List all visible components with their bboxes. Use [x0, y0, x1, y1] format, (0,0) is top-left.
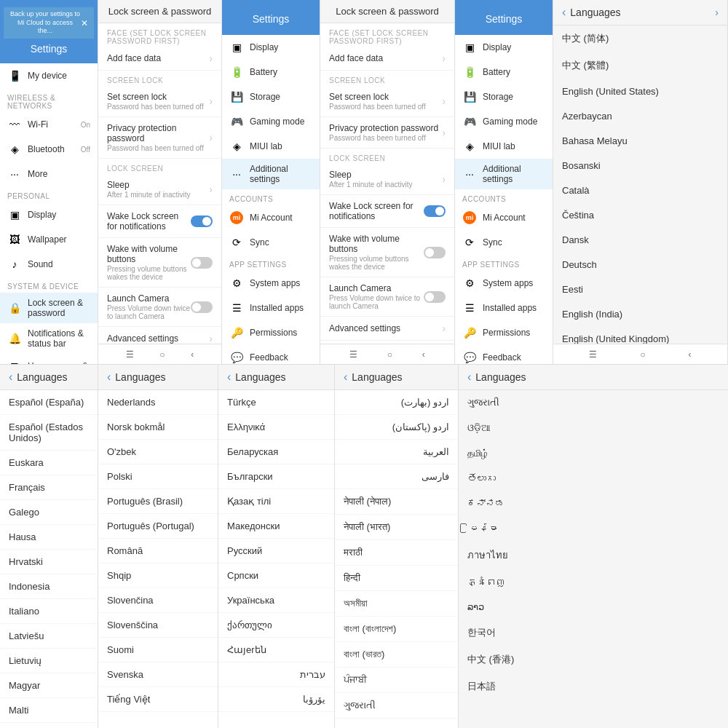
- sleep-item[interactable]: Sleep After 1 minute of inactivity ›: [98, 174, 221, 205]
- li-bn-in[interactable]: বাংলা (ভারত): [335, 642, 458, 668]
- sidebar3-storage[interactable]: 💾 Storage: [455, 84, 553, 109]
- sidebar2-permissions[interactable]: 🔑 Permissions: [222, 320, 320, 345]
- lang-back-arrow[interactable]: ‹: [562, 6, 566, 19]
- li-sl[interactable]: Slovenščina: [98, 613, 218, 638]
- sleep-2[interactable]: Sleep After 1 minute of inactivity ›: [320, 164, 454, 195]
- li-sr[interactable]: Српски: [218, 563, 334, 588]
- li-uz[interactable]: O'zbek: [98, 440, 218, 464]
- wake-lock-2[interactable]: Wake Lock screen for notifications: [320, 195, 454, 228]
- wake-lock-item[interactable]: Wake Lock screen for notifications: [98, 205, 221, 238]
- li-lo[interactable]: ລາວ: [459, 595, 728, 620]
- sidebar2-battery[interactable]: 🔋 Battery: [222, 60, 320, 84]
- li-ar[interactable]: العربية: [335, 440, 458, 464]
- li-sq[interactable]: Shqip: [98, 563, 218, 588]
- lang-item-en-in[interactable]: English (India): [553, 302, 727, 327]
- lang-fwd-arrow[interactable]: ›: [715, 7, 719, 18]
- sidebar-item-home-screen[interactable]: ⊞ Home screen &: [0, 354, 98, 364]
- li-ur-pk[interactable]: اردو (پاکستان): [335, 415, 458, 440]
- sidebar3-gaming[interactable]: 🎮 Gaming mode: [455, 109, 553, 134]
- nav-back[interactable]: ‹: [191, 349, 194, 360]
- nav-back-2[interactable]: ‹: [422, 349, 425, 360]
- advanced-settings-item[interactable]: Advanced settings ›: [98, 327, 221, 344]
- li-mt[interactable]: Malti: [0, 698, 98, 723]
- li-he[interactable]: עברית: [218, 662, 334, 687]
- sidebar3-battery[interactable]: 🔋 Battery: [455, 60, 553, 84]
- sidebar2-additional[interactable]: ··· Additional settings: [222, 159, 320, 189]
- wake-volume-item[interactable]: Wake with volume buttons Pressing volume…: [98, 238, 221, 288]
- li-pa[interactable]: ਪੰਜਾਬੀ: [335, 668, 458, 693]
- li-el[interactable]: Ελληνικά: [218, 415, 334, 440]
- li-my[interactable]: မြန်မာ: [459, 516, 728, 541]
- li-ur-in[interactable]: اردو (بھارت): [335, 390, 458, 415]
- li-ne-in[interactable]: नेपाली (भारत): [335, 515, 458, 540]
- li-hy[interactable]: Հայerեն: [218, 638, 334, 662]
- nav-menu[interactable]: ☰: [126, 349, 134, 360]
- nav-back-lang[interactable]: ‹: [689, 349, 692, 360]
- wake-volume-2[interactable]: Wake with volume buttons Pressing volume…: [320, 228, 454, 277]
- li-be[interactable]: Беларуская: [218, 440, 334, 464]
- li-yo[interactable]: يۆرۆبا: [218, 687, 334, 712]
- li-it[interactable]: Italiano: [0, 599, 98, 624]
- sidebar2-mi-account[interactable]: mi Mi Account: [222, 205, 320, 230]
- sidebar3-sync[interactable]: ⟳ Sync: [455, 230, 553, 255]
- sidebar2-system-apps[interactable]: ⚙ System apps: [222, 271, 320, 296]
- li-km[interactable]: ភ្នំពេញ: [459, 570, 728, 595]
- lang-item-bs[interactable]: Bosanski: [553, 154, 727, 178]
- li-gu2[interactable]: ગુજરાતી: [459, 390, 728, 416]
- li-id[interactable]: Indonesia: [0, 574, 98, 599]
- li-ha[interactable]: Hausa: [0, 525, 98, 550]
- li-zh-hk[interactable]: 中文 (香港): [459, 646, 728, 673]
- set-screen-lock-item[interactable]: Set screen lock Password has been turned…: [98, 86, 221, 117]
- back-2[interactable]: ‹: [107, 371, 111, 384]
- li-bg[interactable]: Български: [218, 464, 334, 489]
- li-hu[interactable]: Magyar: [0, 673, 98, 698]
- sidebar2-feedback[interactable]: 💬 Feedback: [222, 345, 320, 364]
- add-face-item[interactable]: Add face data ›: [98, 47, 221, 71]
- li-ro[interactable]: Română: [98, 539, 218, 563]
- lang-item-en-us[interactable]: English (United States): [553, 79, 727, 104]
- privacy-password-item[interactable]: Privacy protection password Password has…: [98, 117, 221, 159]
- advanced-2[interactable]: Advanced settings ›: [320, 317, 454, 341]
- li-hr[interactable]: Hrvatski: [0, 550, 98, 574]
- sidebar-item-wallpaper[interactable]: 🖼 Wallpaper: [0, 227, 98, 252]
- li-as[interactable]: অসমীয়া: [335, 591, 458, 617]
- li-ne-np[interactable]: नेपाली (नेपाल): [335, 489, 458, 515]
- add-face-2[interactable]: Add face data ›: [320, 47, 454, 71]
- set-lock-2[interactable]: Set screen lock Password has been turned…: [320, 86, 454, 117]
- li-ru[interactable]: Русский: [218, 539, 334, 563]
- nav-menu-lang[interactable]: ☰: [589, 349, 597, 360]
- nav-menu-2[interactable]: ☰: [349, 349, 357, 360]
- launch-camera-toggle-2[interactable]: [424, 291, 446, 303]
- sidebar3-miui[interactable]: ◈ MIUI lab: [455, 134, 553, 159]
- li-pl[interactable]: Polski: [98, 464, 218, 489]
- sidebar3-installed[interactable]: ☰ Installed apps: [455, 296, 553, 320]
- li-vi[interactable]: Tiếng Việt: [98, 687, 218, 712]
- launch-camera-toggle[interactable]: [191, 301, 213, 313]
- sidebar-item-more[interactable]: ··· More: [0, 162, 98, 186]
- li-es-es[interactable]: Español (España): [0, 390, 98, 415]
- wake-lock-toggle[interactable]: [191, 215, 213, 227]
- back-4[interactable]: ‹: [344, 371, 347, 384]
- li-mr[interactable]: मराठी: [335, 540, 458, 566]
- li-ko[interactable]: 한국어: [459, 620, 728, 646]
- back-5[interactable]: ‹: [467, 371, 471, 384]
- sidebar-item-sound[interactable]: ♪ Sound: [0, 252, 98, 277]
- li-hi[interactable]: हिन्दी: [335, 566, 458, 591]
- nav-home[interactable]: ○: [159, 349, 165, 360]
- li-or[interactable]: ଓଡ଼ିଆ: [459, 416, 728, 441]
- sidebar2-storage[interactable]: 💾 Storage: [222, 84, 320, 109]
- backup-bar[interactable]: Back up your settings to Mi Cloud to acc…: [4, 7, 94, 39]
- sidebar3-feedback[interactable]: 💬 Feedback: [455, 345, 553, 364]
- privacy-2[interactable]: Privacy protection password Password has…: [320, 117, 454, 149]
- li-sv[interactable]: Svenska: [98, 662, 218, 687]
- wake-volume-toggle[interactable]: [191, 257, 213, 269]
- lang-item-en-gb[interactable]: English (United Kingdom): [553, 327, 727, 344]
- wake-lock-toggle-2[interactable]: [424, 205, 446, 217]
- li-fr[interactable]: Français: [0, 475, 98, 500]
- sidebar3-system[interactable]: ⚙ System apps: [455, 271, 553, 296]
- lang-item-da[interactable]: Dansk: [553, 228, 727, 253]
- sidebar2-sync[interactable]: ⟳ Sync: [222, 230, 320, 255]
- li-ja[interactable]: 日本語: [459, 673, 728, 700]
- close-icon[interactable]: ✕: [81, 18, 88, 28]
- li-fi[interactable]: Suomi: [98, 638, 218, 662]
